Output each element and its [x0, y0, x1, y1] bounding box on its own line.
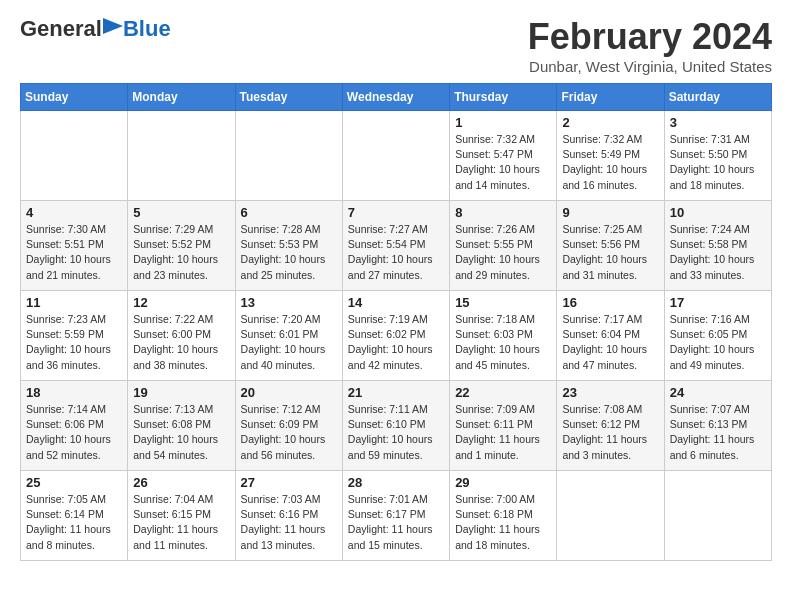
- logo: GeneralBlue: [20, 16, 171, 42]
- day-info: Sunrise: 7:20 AM Sunset: 6:01 PM Dayligh…: [241, 312, 337, 373]
- day-info: Sunrise: 7:19 AM Sunset: 6:02 PM Dayligh…: [348, 312, 444, 373]
- calendar-cell: 23Sunrise: 7:08 AM Sunset: 6:12 PM Dayli…: [557, 381, 664, 471]
- calendar-cell: [235, 111, 342, 201]
- day-number: 6: [241, 205, 337, 220]
- day-number: 9: [562, 205, 658, 220]
- day-number: 7: [348, 205, 444, 220]
- day-number: 22: [455, 385, 551, 400]
- day-number: 4: [26, 205, 122, 220]
- calendar-cell: 18Sunrise: 7:14 AM Sunset: 6:06 PM Dayli…: [21, 381, 128, 471]
- day-info: Sunrise: 7:24 AM Sunset: 5:58 PM Dayligh…: [670, 222, 766, 283]
- weekday-header-monday: Monday: [128, 84, 235, 111]
- day-info: Sunrise: 7:26 AM Sunset: 5:55 PM Dayligh…: [455, 222, 551, 283]
- calendar-cell: 26Sunrise: 7:04 AM Sunset: 6:15 PM Dayli…: [128, 471, 235, 561]
- day-number: 12: [133, 295, 229, 310]
- month-title: February 2024: [528, 16, 772, 58]
- logo-blue-text: Blue: [123, 16, 171, 42]
- day-number: 25: [26, 475, 122, 490]
- calendar-cell: 19Sunrise: 7:13 AM Sunset: 6:08 PM Dayli…: [128, 381, 235, 471]
- calendar-cell: 20Sunrise: 7:12 AM Sunset: 6:09 PM Dayli…: [235, 381, 342, 471]
- calendar-cell: 22Sunrise: 7:09 AM Sunset: 6:11 PM Dayli…: [450, 381, 557, 471]
- calendar-cell: 29Sunrise: 7:00 AM Sunset: 6:18 PM Dayli…: [450, 471, 557, 561]
- calendar-cell: [21, 111, 128, 201]
- day-info: Sunrise: 7:03 AM Sunset: 6:16 PM Dayligh…: [241, 492, 337, 553]
- day-info: Sunrise: 7:27 AM Sunset: 5:54 PM Dayligh…: [348, 222, 444, 283]
- weekday-header-thursday: Thursday: [450, 84, 557, 111]
- day-info: Sunrise: 7:30 AM Sunset: 5:51 PM Dayligh…: [26, 222, 122, 283]
- logo-icon: [103, 18, 123, 40]
- calendar-week-4: 18Sunrise: 7:14 AM Sunset: 6:06 PM Dayli…: [21, 381, 772, 471]
- svg-marker-0: [103, 18, 123, 34]
- day-info: Sunrise: 7:01 AM Sunset: 6:17 PM Dayligh…: [348, 492, 444, 553]
- calendar-cell: 16Sunrise: 7:17 AM Sunset: 6:04 PM Dayli…: [557, 291, 664, 381]
- day-number: 11: [26, 295, 122, 310]
- day-number: 16: [562, 295, 658, 310]
- day-info: Sunrise: 7:25 AM Sunset: 5:56 PM Dayligh…: [562, 222, 658, 283]
- day-info: Sunrise: 7:17 AM Sunset: 6:04 PM Dayligh…: [562, 312, 658, 373]
- day-number: 15: [455, 295, 551, 310]
- calendar-week-3: 11Sunrise: 7:23 AM Sunset: 5:59 PM Dayli…: [21, 291, 772, 381]
- calendar-cell: [128, 111, 235, 201]
- calendar-cell: 10Sunrise: 7:24 AM Sunset: 5:58 PM Dayli…: [664, 201, 771, 291]
- day-number: 1: [455, 115, 551, 130]
- day-number: 29: [455, 475, 551, 490]
- day-info: Sunrise: 7:23 AM Sunset: 5:59 PM Dayligh…: [26, 312, 122, 373]
- day-info: Sunrise: 7:13 AM Sunset: 6:08 PM Dayligh…: [133, 402, 229, 463]
- calendar-cell: 1Sunrise: 7:32 AM Sunset: 5:47 PM Daylig…: [450, 111, 557, 201]
- day-info: Sunrise: 7:12 AM Sunset: 6:09 PM Dayligh…: [241, 402, 337, 463]
- day-number: 18: [26, 385, 122, 400]
- day-info: Sunrise: 7:07 AM Sunset: 6:13 PM Dayligh…: [670, 402, 766, 463]
- day-number: 21: [348, 385, 444, 400]
- title-block: February 2024 Dunbar, West Virginia, Uni…: [528, 16, 772, 75]
- calendar-table: SundayMondayTuesdayWednesdayThursdayFrid…: [20, 83, 772, 561]
- calendar-cell: 17Sunrise: 7:16 AM Sunset: 6:05 PM Dayli…: [664, 291, 771, 381]
- weekday-header-tuesday: Tuesday: [235, 84, 342, 111]
- day-number: 17: [670, 295, 766, 310]
- day-info: Sunrise: 7:00 AM Sunset: 6:18 PM Dayligh…: [455, 492, 551, 553]
- calendar-cell: 7Sunrise: 7:27 AM Sunset: 5:54 PM Daylig…: [342, 201, 449, 291]
- calendar-week-5: 25Sunrise: 7:05 AM Sunset: 6:14 PM Dayli…: [21, 471, 772, 561]
- calendar-cell: 24Sunrise: 7:07 AM Sunset: 6:13 PM Dayli…: [664, 381, 771, 471]
- calendar-cell: 4Sunrise: 7:30 AM Sunset: 5:51 PM Daylig…: [21, 201, 128, 291]
- day-number: 5: [133, 205, 229, 220]
- logo-general-text: General: [20, 16, 102, 42]
- day-number: 19: [133, 385, 229, 400]
- day-info: Sunrise: 7:05 AM Sunset: 6:14 PM Dayligh…: [26, 492, 122, 553]
- day-info: Sunrise: 7:29 AM Sunset: 5:52 PM Dayligh…: [133, 222, 229, 283]
- calendar-cell: 21Sunrise: 7:11 AM Sunset: 6:10 PM Dayli…: [342, 381, 449, 471]
- day-info: Sunrise: 7:32 AM Sunset: 5:49 PM Dayligh…: [562, 132, 658, 193]
- day-number: 8: [455, 205, 551, 220]
- day-info: Sunrise: 7:04 AM Sunset: 6:15 PM Dayligh…: [133, 492, 229, 553]
- calendar-cell: 15Sunrise: 7:18 AM Sunset: 6:03 PM Dayli…: [450, 291, 557, 381]
- calendar-week-2: 4Sunrise: 7:30 AM Sunset: 5:51 PM Daylig…: [21, 201, 772, 291]
- location-subtitle: Dunbar, West Virginia, United States: [528, 58, 772, 75]
- day-info: Sunrise: 7:28 AM Sunset: 5:53 PM Dayligh…: [241, 222, 337, 283]
- weekday-header-row: SundayMondayTuesdayWednesdayThursdayFrid…: [21, 84, 772, 111]
- day-number: 26: [133, 475, 229, 490]
- calendar-week-1: 1Sunrise: 7:32 AM Sunset: 5:47 PM Daylig…: [21, 111, 772, 201]
- calendar-cell: [342, 111, 449, 201]
- day-number: 10: [670, 205, 766, 220]
- weekday-header-friday: Friday: [557, 84, 664, 111]
- day-number: 14: [348, 295, 444, 310]
- calendar-cell: 14Sunrise: 7:19 AM Sunset: 6:02 PM Dayli…: [342, 291, 449, 381]
- calendar-cell: 28Sunrise: 7:01 AM Sunset: 6:17 PM Dayli…: [342, 471, 449, 561]
- calendar-cell: 5Sunrise: 7:29 AM Sunset: 5:52 PM Daylig…: [128, 201, 235, 291]
- day-info: Sunrise: 7:16 AM Sunset: 6:05 PM Dayligh…: [670, 312, 766, 373]
- day-number: 3: [670, 115, 766, 130]
- calendar-cell: 3Sunrise: 7:31 AM Sunset: 5:50 PM Daylig…: [664, 111, 771, 201]
- weekday-header-wednesday: Wednesday: [342, 84, 449, 111]
- day-number: 20: [241, 385, 337, 400]
- day-info: Sunrise: 7:31 AM Sunset: 5:50 PM Dayligh…: [670, 132, 766, 193]
- day-info: Sunrise: 7:18 AM Sunset: 6:03 PM Dayligh…: [455, 312, 551, 373]
- day-number: 24: [670, 385, 766, 400]
- day-info: Sunrise: 7:22 AM Sunset: 6:00 PM Dayligh…: [133, 312, 229, 373]
- day-number: 23: [562, 385, 658, 400]
- calendar-cell: 13Sunrise: 7:20 AM Sunset: 6:01 PM Dayli…: [235, 291, 342, 381]
- calendar-cell: 25Sunrise: 7:05 AM Sunset: 6:14 PM Dayli…: [21, 471, 128, 561]
- day-number: 28: [348, 475, 444, 490]
- weekday-header-saturday: Saturday: [664, 84, 771, 111]
- calendar-cell: [557, 471, 664, 561]
- calendar-cell: 27Sunrise: 7:03 AM Sunset: 6:16 PM Dayli…: [235, 471, 342, 561]
- calendar-cell: 2Sunrise: 7:32 AM Sunset: 5:49 PM Daylig…: [557, 111, 664, 201]
